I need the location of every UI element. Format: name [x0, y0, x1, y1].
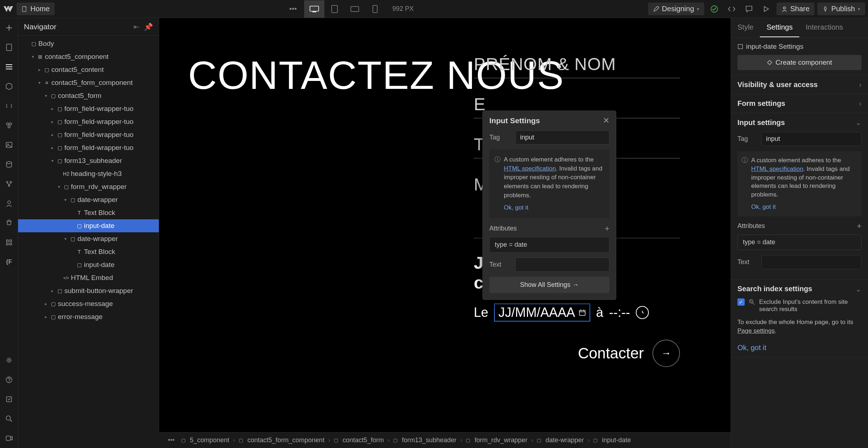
tree-arrow-icon[interactable]: ▾ — [30, 54, 36, 59]
tree-row[interactable]: ▾≡contact5_form_component — [18, 76, 159, 89]
html-spec-link[interactable]: HTML specification — [504, 165, 556, 172]
tree-row[interactable]: ▾▢contact5_form — [18, 89, 159, 102]
text-input[interactable] — [515, 258, 609, 272]
time-placeholder[interactable]: --:-- — [609, 305, 630, 320]
tree-row[interactable]: ▸▢contact5_content — [18, 63, 159, 76]
tree-row[interactable]: ▢input-date — [18, 219, 159, 232]
finsweet-icon[interactable]: {F — [0, 252, 18, 272]
ecommerce-icon[interactable] — [0, 213, 18, 233]
tree-row[interactable]: ▸▢success-message — [18, 297, 159, 310]
rp-tag-input[interactable] — [761, 132, 861, 146]
chevron-down-icon[interactable]: ⌄ — [855, 285, 861, 293]
tree-row[interactable]: </>HTML Embed — [18, 271, 159, 284]
tag-input[interactable] — [515, 130, 609, 145]
tree-arrow-icon[interactable]: ▸ — [49, 119, 56, 124]
rp-text-input[interactable] — [761, 255, 861, 269]
landscape-tablet-button[interactable] — [345, 0, 365, 18]
tree-row[interactable]: ▸▢error-message — [18, 310, 159, 323]
tree-row[interactable]: ▸▢submit-button-wrapper — [18, 284, 159, 297]
pin-icon[interactable]: 📌 — [144, 22, 153, 31]
tree-arrow-icon[interactable]: ▾ — [49, 158, 56, 163]
breadcrumb-more[interactable]: ••• — [164, 436, 178, 444]
status-check-icon[interactable] — [707, 2, 722, 16]
visibility-section[interactable]: Visibility & user access › — [731, 76, 868, 94]
tree-row[interactable]: ▾▢form_rdv_wrapper — [18, 180, 159, 193]
field-name[interactable]: PRÉNOM & NOM — [474, 54, 680, 78]
home-button[interactable]: Home — [17, 3, 55, 15]
breadcrumb-item[interactable]: ▢5_component — [178, 436, 232, 444]
tree-arrow-icon[interactable]: ▸ — [36, 67, 43, 72]
tree-arrow-icon[interactable]: ▾ — [62, 236, 69, 241]
date-input[interactable]: JJ/MM/AAAA — [494, 303, 590, 322]
tree-arrow-icon[interactable]: ▸ — [43, 301, 49, 306]
tree-arrow-icon[interactable]: ▸ — [49, 106, 56, 111]
close-icon[interactable]: ✕ — [603, 116, 609, 125]
add-icon[interactable] — [0, 18, 18, 38]
tree-arrow-icon[interactable]: ▾ — [62, 197, 69, 202]
assets-icon[interactable] — [0, 135, 18, 155]
tree-arrow-icon[interactable]: ▾ — [36, 80, 43, 85]
tree-row[interactable]: TText Block — [18, 245, 159, 258]
tab-interactions[interactable]: Interactions — [799, 18, 850, 37]
tree-row[interactable]: ▢Body — [18, 37, 159, 50]
tree-arrow-icon[interactable]: ▸ — [43, 314, 49, 319]
cms-icon[interactable] — [0, 155, 18, 174]
components-icon[interactable] — [0, 77, 18, 96]
create-component-button[interactable]: Create component — [737, 55, 861, 70]
audit-icon[interactable] — [0, 389, 18, 409]
styles-icon[interactable] — [0, 116, 18, 135]
tree-arrow-icon[interactable]: ▸ — [49, 132, 56, 137]
ok-got-it-link[interactable]: Ok, got it — [504, 203, 604, 212]
tree-arrow-icon[interactable]: ▸ — [49, 288, 56, 293]
breadcrumb-item[interactable]: ▢form13_subheader — [390, 436, 459, 444]
page-settings-link[interactable]: Page settings — [737, 327, 775, 334]
navigator-icon[interactable] — [0, 57, 18, 77]
breadcrumb-item[interactable]: ▢input-date — [590, 436, 634, 444]
add-attribute-icon[interactable]: + — [857, 221, 861, 231]
tree-row[interactable]: ▾▢form13_subheader — [18, 154, 159, 167]
tab-settings[interactable]: Settings — [760, 18, 799, 37]
show-all-settings-button[interactable]: Show All Settings → — [489, 277, 609, 293]
breadcrumb-item[interactable]: ▢contact5_form_component — [236, 436, 327, 444]
logic-icon[interactable] — [0, 174, 18, 194]
preview-icon[interactable] — [759, 2, 774, 16]
code-icon[interactable] — [724, 2, 739, 16]
html-spec-link[interactable]: HTML specification — [751, 165, 803, 172]
tree-arrow-icon[interactable]: ▾ — [43, 93, 49, 98]
webflow-logo-icon[interactable] — [3, 4, 14, 14]
help-icon[interactable] — [0, 370, 18, 389]
tree-row[interactable]: ▾▢date-wrapper — [18, 232, 159, 245]
tree-arrow-icon[interactable]: ▸ — [49, 145, 56, 150]
variables-icon[interactable] — [0, 96, 18, 116]
comment-icon[interactable] — [742, 2, 756, 16]
form-settings-section[interactable]: Form settings › — [731, 94, 868, 113]
mobile-device-button[interactable] — [365, 0, 385, 18]
more-dots-icon[interactable]: ••• — [289, 5, 297, 13]
tree-row[interactable]: ▾⊞contact5_component — [18, 50, 159, 63]
desktop-device-button[interactable] — [304, 0, 324, 18]
designing-mode-button[interactable]: Designing ▾ — [648, 3, 704, 15]
publish-button[interactable]: Publish ▾ — [817, 3, 865, 15]
submit-button[interactable]: → — [652, 340, 680, 367]
settings-icon[interactable] — [0, 350, 18, 370]
tab-style[interactable]: Style — [731, 18, 760, 37]
tree-row[interactable]: ▸▢form_field-wrapper-tuo — [18, 115, 159, 128]
collapse-icon[interactable]: ⇤ — [133, 22, 140, 31]
add-attribute-icon[interactable]: + — [605, 224, 609, 233]
share-button[interactable]: Share — [776, 3, 814, 15]
pages-icon[interactable] — [0, 38, 18, 57]
tablet-device-button[interactable] — [324, 0, 345, 18]
ok-got-it-link[interactable]: Ok, got it — [751, 203, 856, 211]
tree-row[interactable]: H2heading-style-h3 — [18, 167, 159, 180]
chevron-down-icon[interactable]: ⌄ — [855, 118, 861, 127]
attribute-item[interactable]: type = date — [489, 237, 609, 253]
tree-row[interactable]: TText Block — [18, 206, 159, 219]
tree-row[interactable]: ▸▢form_field-wrapper-tuo — [18, 141, 159, 154]
tree-arrow-icon[interactable]: ▾ — [56, 184, 62, 189]
tree-row[interactable]: ▸▢form_field-wrapper-tuo — [18, 128, 159, 141]
search-icon[interactable] — [0, 409, 18, 428]
tree-row[interactable]: ▸▢form_field-wrapper-tuo — [18, 102, 159, 115]
apps-icon[interactable] — [0, 233, 18, 252]
tree-row[interactable]: ▾▢date-wrapper — [18, 193, 159, 206]
attribute-item[interactable]: type = date — [737, 234, 861, 250]
